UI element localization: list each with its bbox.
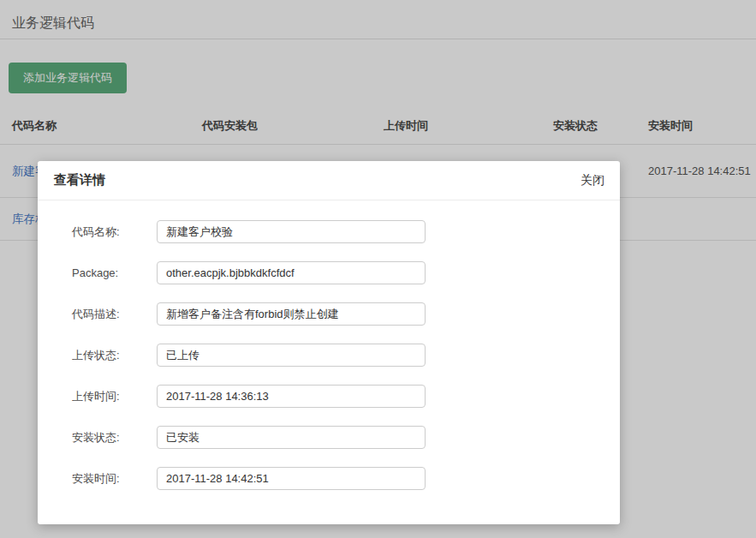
code-description-input[interactable] (157, 302, 426, 326)
field-row-package: Package: (72, 261, 620, 284)
upload-status-input[interactable] (157, 344, 426, 367)
field-row-code-description: 代码描述: (72, 302, 620, 326)
field-row-upload-time: 上传时间: (72, 385, 620, 408)
field-row-install-status: 安装状态: (72, 426, 620, 449)
field-label: 安装时间: (72, 471, 157, 487)
field-label: 上传状态: (72, 348, 157, 363)
field-label: 安装状态: (72, 430, 157, 445)
field-row-upload-status: 上传状态: (72, 344, 620, 367)
view-details-modal: 查看详情 关闭 代码名称: Package: 代码描述: 上传状态: 上传时间:… (38, 161, 620, 524)
field-label: Package: (72, 266, 157, 279)
code-name-input[interactable] (157, 220, 426, 243)
field-label: 代码名称: (72, 224, 157, 240)
modal-title: 查看详情 (54, 172, 105, 188)
close-button[interactable]: 关闭 (580, 173, 604, 188)
field-label: 代码描述: (72, 307, 157, 322)
modal-header: 查看详情 关闭 (38, 161, 620, 200)
modal-body: 代码名称: Package: 代码描述: 上传状态: 上传时间: 安装状态: 安… (38, 200, 620, 490)
install-status-input[interactable] (157, 426, 426, 449)
field-label: 上传时间: (72, 389, 157, 404)
field-row-install-time: 安装时间: (72, 467, 620, 490)
install-time-input[interactable] (157, 467, 426, 490)
package-input[interactable] (157, 261, 426, 284)
field-row-code-name: 代码名称: (72, 220, 620, 243)
upload-time-input[interactable] (157, 385, 426, 408)
